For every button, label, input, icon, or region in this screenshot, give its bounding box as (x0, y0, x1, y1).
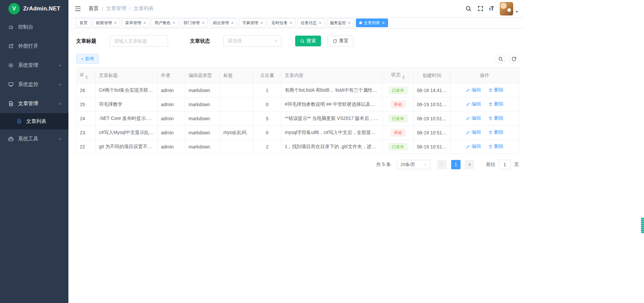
search-icon[interactable] (465, 5, 472, 12)
sidebar-item-article-list[interactable]: 文章列表 (0, 113, 68, 129)
main-area: 首页 / 文章管理 / 文章列表 tT 首页 权限管理× (68, 0, 525, 303)
tab-user-role[interactable]: 用户角色× (151, 18, 178, 27)
article-status-label: 文章状态 (190, 38, 210, 44)
sidebar-item-system-tools[interactable]: 系统工具 (0, 129, 68, 148)
cell-author: admin (158, 140, 185, 154)
sort-icon[interactable] (85, 75, 88, 79)
logo-icon: V (8, 3, 20, 14)
column-header-author: 作者 (158, 68, 185, 83)
tab-post[interactable]: 岗位管理× (210, 18, 237, 27)
pencil-icon (466, 144, 470, 149)
sidebar-item-label: 文章列表 (26, 118, 46, 125)
close-icon[interactable]: × (231, 20, 234, 25)
table-row: 22 git 为不同的项目设置不同... admin markdown 2 1，… (76, 140, 519, 154)
chevron-up-icon (58, 102, 62, 106)
column-header-status[interactable]: 状态 (383, 68, 414, 83)
add-button[interactable]: + 新增 (76, 54, 99, 63)
sidebar-item-system-management[interactable]: 系统管理 (0, 56, 68, 75)
sidebar-item-external-open[interactable]: 外部打开 (0, 37, 68, 56)
sidebar-item-dashboard[interactable]: 控制台 (0, 17, 68, 37)
cell-created: 08-19 10:51:27 (414, 112, 450, 126)
active-dot (359, 21, 362, 24)
sidebar-collapse-icon[interactable] (74, 5, 81, 12)
close-icon[interactable]: × (319, 20, 321, 25)
breadcrumb-section: 文章管理 (106, 5, 126, 12)
close-icon[interactable]: × (114, 20, 117, 25)
delete-button[interactable]: 删除 (488, 143, 503, 149)
close-icon[interactable]: × (382, 20, 385, 25)
delete-button[interactable]: 删除 (488, 101, 503, 107)
cell-tags: mysql,乱码 (220, 126, 253, 140)
avatar[interactable] (500, 2, 513, 15)
edit-button[interactable]: 编辑 (466, 87, 481, 93)
table-row: 25 羽毛球教学 admin markdown 0 #羽毛球拍参数说明 ## 中… (76, 97, 519, 112)
next-page-button[interactable] (465, 160, 474, 169)
close-icon[interactable]: × (348, 20, 351, 25)
dashboard-icon (8, 24, 14, 30)
sort-icon[interactable] (402, 75, 405, 79)
cell-clicks: 1 (253, 83, 281, 97)
edit-button[interactable]: 编辑 (466, 101, 481, 107)
filter-form: 文章标题 文章状态 请选择 搜索 重置 (76, 35, 519, 47)
chevron-down-icon (424, 163, 427, 167)
edit-button[interactable]: 编辑 (466, 129, 481, 135)
delete-button[interactable]: 删除 (488, 129, 503, 135)
chevron-down-icon (58, 63, 62, 68)
reset-button[interactable]: 重置 (327, 36, 354, 46)
tab-task-log[interactable]: 任务日志× (297, 18, 325, 27)
topbar: 首页 / 文章管理 / 文章列表 tT (68, 0, 525, 17)
article-title-input[interactable] (110, 35, 168, 47)
close-icon[interactable]: × (289, 20, 292, 25)
pagination: 共 5 条 20条/页 1 前往 页 (76, 160, 519, 169)
edit-button[interactable]: 编辑 (466, 143, 481, 149)
fullscreen-icon[interactable] (477, 5, 484, 12)
tab-department[interactable]: 部门管理× (180, 18, 208, 27)
close-icon[interactable]: × (172, 20, 175, 25)
tab-permission[interactable]: 权限管理× (93, 18, 120, 27)
cell-id: 26 (76, 83, 96, 97)
refresh-table-button[interactable] (509, 54, 519, 64)
column-header-id[interactable]: id (76, 68, 96, 83)
tab-dictionary[interactable]: 字典管理× (239, 18, 266, 27)
toggle-search-button[interactable] (495, 54, 505, 64)
status-badge: 已发布 (389, 143, 408, 150)
font-size-icon[interactable]: tT (489, 5, 494, 12)
pencil-icon (466, 102, 470, 106)
close-icon[interactable]: × (202, 20, 205, 25)
status-badge: 已发布 (389, 87, 408, 94)
cell-status: 已发布 (383, 83, 414, 97)
search-icon (498, 56, 503, 61)
table-toolbar: + 新增 (76, 54, 519, 64)
table-header-row: id 文章标题 作者 编辑器类型 标签 点击量 文章内容 状态 创建时间 操作 (76, 68, 519, 83)
sidebar-item-system-monitor[interactable]: 系统监控 (0, 75, 68, 94)
page-number-button[interactable]: 1 (451, 160, 461, 169)
delete-button[interactable]: 删除 (488, 87, 503, 93)
goto-page-input[interactable] (499, 160, 511, 169)
sidebar-item-article-management[interactable]: 文章管理 (0, 94, 68, 113)
close-icon[interactable]: × (143, 20, 146, 25)
cell-created: 08-19 10:51:22 (414, 140, 450, 154)
cell-id: 23 (76, 126, 96, 140)
page-size-select[interactable]: 20条/页 (397, 160, 430, 169)
close-icon[interactable]: × (260, 20, 263, 25)
tab-menu[interactable]: 菜单管理× (122, 18, 149, 27)
column-header-created: 创建时间 (414, 68, 450, 83)
search-button[interactable]: 搜索 (295, 36, 321, 46)
prev-page-button[interactable] (437, 160, 447, 169)
delete-button[interactable]: 删除 (488, 115, 503, 121)
breadcrumb-home[interactable]: 首页 (89, 5, 99, 12)
article-title-label: 文章标题 (76, 38, 96, 44)
cell-content: 1，找到项目所在目录下的 .git/文件夹，进入.git/... (281, 140, 383, 154)
table-row: 23 c#写入Mysql中文显示乱码 ... admin markdown my… (76, 126, 519, 140)
article-status-select[interactable]: 请选择 (223, 35, 282, 47)
plus-icon: + (81, 56, 84, 61)
edit-button[interactable]: 编辑 (466, 115, 481, 121)
cell-clicks: 0 (253, 97, 281, 112)
scroll-widget[interactable] (641, 218, 644, 233)
tab-home[interactable]: 首页 (76, 18, 91, 27)
cell-author: admin (158, 112, 185, 126)
chevron-down-icon[interactable] (516, 11, 518, 13)
tab-article-list[interactable]: 文章列表× (356, 18, 388, 27)
tab-service-monitor[interactable]: 服务监控× (327, 18, 354, 27)
tab-scheduled-task[interactable]: 定时任务× (268, 18, 296, 27)
